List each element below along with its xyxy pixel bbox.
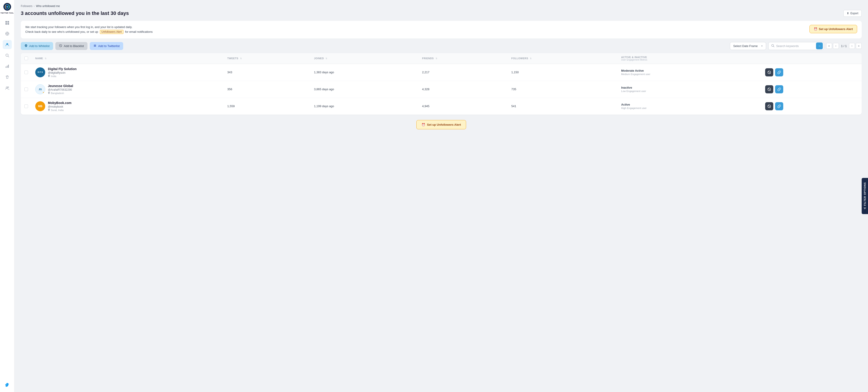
blacklist-button[interactable]: Add to Blacklist (55, 42, 88, 50)
row-tweets: 356 (224, 81, 310, 98)
svg-rect-24 (94, 46, 96, 46)
page-title: 3 accounts unfollowed you in the last 30… (21, 10, 129, 16)
info-prefix: Check back daily to see who's unfollowed… (25, 30, 98, 33)
user-info: Jeunesse Global @ArafatR70632290 Banglad… (48, 84, 73, 94)
row-followers: 541 (508, 98, 618, 115)
svg-point-28 (49, 75, 49, 76)
prev-page-button[interactable]: ‹ (833, 43, 839, 49)
sidebar-item-analytics[interactable] (3, 62, 12, 71)
th-followers: FOLLOWERS ⇅ (508, 53, 618, 64)
arrow-right-icon: → (818, 44, 821, 48)
sidebar-item-dashboard[interactable] (3, 18, 12, 27)
user-handle: @mobybook (48, 105, 71, 108)
table-row: D F S Digital Fly Solution @digitalflyso… (21, 64, 862, 81)
row-checkbox-1[interactable] (24, 70, 28, 74)
row-name-cell: D F S Digital Fly Solution @digitalflyso… (32, 64, 224, 81)
th-tweets: TWEETS ⇅ (224, 53, 310, 64)
info-line1: We start tracking your followers when yo… (25, 25, 153, 30)
row-status: Active High Engagement user (618, 98, 762, 115)
blacklist-label: Add to Blacklist (64, 44, 84, 48)
joined-sort-icon[interactable]: ⇅ (326, 57, 328, 60)
page-header: 3 accounts unfollowed you in the last 30… (21, 10, 862, 17)
row-followers: 1,150 (508, 64, 618, 81)
th-name: NAME ⇅ (32, 53, 224, 64)
followers-sort-icon[interactable]: ⇅ (530, 57, 532, 60)
row-friends: 4,328 (418, 81, 508, 98)
toolbar: Add to Whitelist Add to Blacklist Add to… (21, 42, 862, 50)
row-followers: 735 (508, 81, 618, 98)
status-sub: Medium Engagement user (621, 73, 758, 76)
search-go-button[interactable]: → (816, 42, 823, 49)
user-name: MobyBook.com (48, 101, 71, 105)
row-tweets: 1,559 (224, 98, 310, 115)
info-line2: Check back daily to see who's unfollowed… (25, 30, 153, 34)
th-actions (762, 53, 862, 64)
svg-rect-16 (6, 66, 6, 68)
block-button-3[interactable] (765, 102, 773, 110)
first-page-button[interactable]: « (826, 43, 832, 49)
export-button[interactable]: ⬆ Export (843, 10, 862, 17)
name-sort-icon[interactable]: ⇅ (45, 57, 47, 60)
whitelist-label: Add to Whitelist (29, 44, 50, 48)
svg-line-27 (773, 46, 774, 47)
row-actions (762, 81, 862, 98)
sidebar-item-twitter[interactable] (3, 380, 12, 389)
sidebar-item-trash[interactable] (3, 72, 12, 82)
tweets-sort-icon[interactable]: ⇅ (240, 57, 242, 60)
sidebar-item-search[interactable] (3, 51, 12, 60)
date-frame-label: Select Date Frame (733, 44, 758, 48)
sidebar-item-users[interactable] (3, 83, 12, 92)
row-checkbox-cell (21, 81, 32, 98)
link-button-1[interactable] (775, 68, 783, 77)
svg-point-19 (6, 87, 7, 88)
user-name: Jeunesse Global (48, 84, 73, 88)
status-label: Inactive (621, 86, 758, 89)
svg-rect-25 (94, 46, 96, 47)
block-button-2[interactable] (765, 85, 773, 93)
date-frame-select[interactable]: Select Date Frame ▾ (730, 42, 766, 50)
user-name: Digital Fly Solution (48, 67, 76, 71)
setup-alert-label: Set up Unfollowers Alert (819, 27, 853, 31)
breadcrumb-separator: › (34, 4, 35, 8)
search-input[interactable] (774, 42, 816, 50)
next-page-button[interactable]: › (849, 43, 855, 49)
row-actions (762, 98, 862, 115)
ban-icon (59, 44, 62, 48)
breadcrumb-parent[interactable]: Followers (21, 4, 32, 8)
info-alert-link[interactable]: Unfollowers Alert (100, 30, 123, 34)
table-row: JG Jeunesse Global @ArafatR70632290 Bang… (21, 81, 862, 98)
row-status: Inactive Low Engagement user (618, 81, 762, 98)
twitterlist-button[interactable]: Add to Twitterlist (90, 42, 123, 50)
whitelist-button[interactable]: Add to Whitelist (21, 42, 53, 50)
chevron-down-icon: ▾ (761, 44, 763, 48)
svg-point-31 (49, 92, 49, 93)
link-button-2[interactable] (775, 85, 783, 93)
row-checkbox-cell (21, 98, 32, 115)
last-page-button[interactable]: » (856, 43, 862, 49)
row-checkbox-3[interactable] (24, 104, 28, 108)
info-suffix: for email notifications (125, 30, 153, 33)
svg-point-8 (6, 33, 8, 34)
block-button-1[interactable] (765, 68, 773, 77)
svg-line-15 (8, 56, 9, 57)
twitterlist-label: Add to Twitterlist (98, 44, 120, 48)
sidebar: TWITTER TOOL (0, 0, 14, 392)
svg-rect-3 (5, 21, 7, 23)
sidebar-item-network[interactable] (3, 29, 12, 38)
sidebar-item-followers[interactable] (3, 40, 12, 49)
table-row: MB MobyBook.com @mobybook Surat, India 1… (21, 98, 862, 115)
svg-point-20 (7, 87, 8, 88)
row-checkbox-2[interactable] (24, 88, 28, 91)
breadcrumb: Followers › Who unfollowed me (21, 4, 862, 8)
svg-line-22 (60, 45, 61, 47)
user-info: Digital Fly Solution @digitalflysoin Ind… (48, 67, 76, 78)
search-icon (771, 44, 774, 48)
th-friends: FRIENDS ⇅ (418, 53, 508, 64)
friends-sort-icon[interactable]: ⇅ (436, 57, 438, 60)
filter-options-label: FILTER OPTIONS (864, 182, 866, 210)
link-button-3[interactable] (775, 102, 783, 110)
setup-alert-button[interactable]: ⏰ Set up Unfollowers Alert (809, 25, 857, 33)
filter-options-panel[interactable]: FILTER OPTIONS (862, 178, 868, 214)
select-all-checkbox[interactable] (24, 57, 28, 60)
bottom-setup-alert-button[interactable]: ⏰ Set up Unfollowers Alert (416, 120, 466, 129)
